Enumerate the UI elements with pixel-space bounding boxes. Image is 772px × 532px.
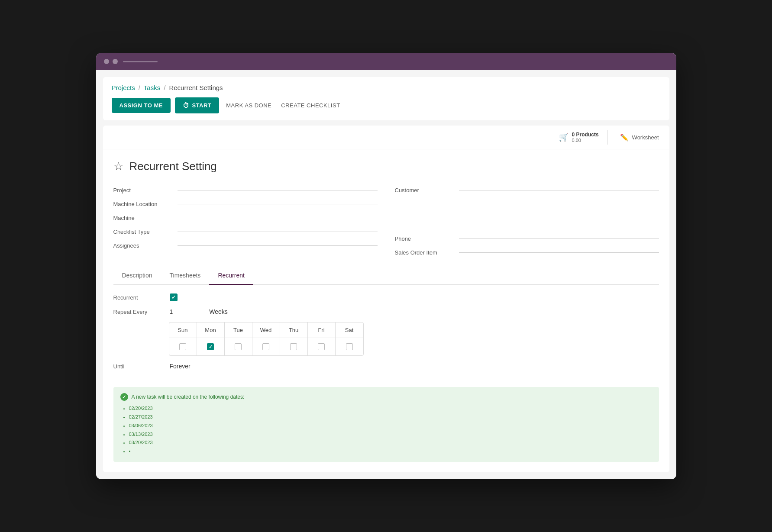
recurrent-checkbox[interactable] <box>170 293 178 301</box>
date-item-1: 02/20/2023 <box>129 404 652 413</box>
cart-icon: 🛒 <box>559 132 569 142</box>
repeat-unit: Weeks <box>209 308 228 315</box>
label-machine-location: Machine Location <box>113 201 174 207</box>
assign-to-me-button[interactable]: ASSIGN TO ME <box>112 98 171 113</box>
tab-timesheets[interactable]: Timesheets <box>161 267 210 285</box>
info-box: A new task will be created on the follow… <box>113 387 659 462</box>
value-project[interactable] <box>178 190 378 190</box>
breadcrumb-current: Recurrent Settings <box>169 84 223 91</box>
date-item-5: 03/20/2023 <box>129 438 652 447</box>
main-content: Projects / Tasks / Recurrent Settings AS… <box>96 70 676 479</box>
day-cell-thu <box>280 338 308 355</box>
field-checklist-type: Checklist Type <box>113 225 378 239</box>
day-checkbox-sat[interactable] <box>346 343 353 350</box>
info-message: A new task will be created on the follow… <box>132 394 245 400</box>
day-header-tue: Tue <box>225 322 252 338</box>
until-label: Until <box>113 363 165 370</box>
repeat-value[interactable]: 1 <box>170 308 173 315</box>
window-dot-1 <box>104 59 109 64</box>
check-circle-icon <box>120 393 128 401</box>
label-phone: Phone <box>395 235 455 242</box>
value-machine-location[interactable] <box>178 204 378 204</box>
day-checkbox-tue[interactable] <box>235 343 242 350</box>
until-value: Forever <box>170 363 191 370</box>
form-header-bar: 🛒 0 Products 0.00 ✏️ Worksheet <box>103 126 669 149</box>
tab-recurrent[interactable]: Recurrent <box>209 267 253 285</box>
fields-right: Customer Phone Sales Order Item <box>395 184 659 260</box>
star-icon[interactable]: ☆ <box>113 160 123 173</box>
value-checklist-type[interactable] <box>178 232 378 232</box>
edit-icon: ✏️ <box>620 133 629 142</box>
top-card: Projects / Tasks / Recurrent Settings AS… <box>103 77 669 120</box>
days-grid: Sun Mon Tue Wed Thu Fri Sat <box>169 322 364 356</box>
label-sales-order-item: Sales Order Item <box>395 249 455 256</box>
value-phone[interactable] <box>459 239 659 239</box>
breadcrumb-sep-1: / <box>139 84 140 91</box>
day-checkbox-fri[interactable] <box>318 343 325 350</box>
day-checkbox-sun[interactable] <box>179 343 186 350</box>
value-sales-order-item[interactable] <box>459 252 659 253</box>
day-cell-sun <box>169 338 197 355</box>
date-list: 02/20/2023 02/27/2023 03/06/2023 03/13/2… <box>120 404 652 456</box>
label-assignees: Assignees <box>113 242 174 249</box>
breadcrumb-tasks[interactable]: Tasks <box>144 84 160 91</box>
repeat-every-label: Repeat Every <box>113 309 165 315</box>
day-header-fri: Fri <box>308 322 336 338</box>
until-row: Until Forever <box>113 363 659 370</box>
worksheet-button[interactable]: ✏️ Worksheet <box>617 132 662 143</box>
breadcrumb-projects[interactable]: Projects <box>112 84 135 91</box>
days-check-row <box>169 338 363 355</box>
recurrent-checkbox-row: Recurrent <box>113 293 659 301</box>
form-card: 🛒 0 Products 0.00 ✏️ Worksheet ☆ Recurre… <box>103 126 669 472</box>
titlebar-decoration <box>123 61 158 62</box>
value-machine[interactable] <box>178 218 378 218</box>
field-sales-order-item: Sales Order Item <box>395 246 659 260</box>
recurrent-field-label: Recurrent <box>113 294 165 301</box>
products-button[interactable]: 🛒 0 Products 0.00 <box>556 130 608 145</box>
products-amount: 0.00 <box>572 138 599 143</box>
value-assignees[interactable] <box>178 245 378 246</box>
day-cell-sat <box>336 338 363 355</box>
label-project: Project <box>113 187 174 193</box>
field-spacer-1 <box>395 197 659 215</box>
field-assignees: Assignees <box>113 239 378 253</box>
tab-description[interactable]: Description <box>113 267 161 285</box>
label-customer: Customer <box>395 187 455 193</box>
day-cell-tue <box>225 338 252 355</box>
titlebar <box>96 53 676 70</box>
mark-as-done-button[interactable]: MARK AS DONE <box>223 98 274 113</box>
start-label: START <box>192 102 211 109</box>
date-item-3: 03/06/2023 <box>129 422 652 430</box>
products-info: 0 Products 0.00 <box>572 132 599 143</box>
date-item-4: 03/13/2023 <box>129 430 652 439</box>
app-window: Projects / Tasks / Recurrent Settings AS… <box>96 53 676 479</box>
day-header-wed: Wed <box>252 322 280 338</box>
info-box-header: A new task will be created on the follow… <box>120 393 652 401</box>
breadcrumb: Projects / Tasks / Recurrent Settings <box>112 84 661 91</box>
tabs: Description Timesheets Recurrent <box>113 267 659 285</box>
value-customer[interactable] <box>459 190 659 190</box>
day-checkbox-mon[interactable] <box>207 343 214 350</box>
day-cell-fri <box>308 338 336 355</box>
create-checklist-button[interactable]: CREATE CHECKLIST <box>278 98 342 113</box>
days-header-row: Sun Mon Tue Wed Thu Fri Sat <box>169 322 363 338</box>
repeat-every-row: Repeat Every 1 Weeks <box>113 308 659 315</box>
breadcrumb-sep-2: / <box>164 84 165 91</box>
start-button[interactable]: ⏱ START <box>175 97 219 113</box>
clock-icon: ⏱ <box>183 102 190 109</box>
date-item-2: 02/27/2023 <box>129 413 652 422</box>
form-title: Recurrent Setting <box>129 160 217 173</box>
field-machine-location: Machine Location <box>113 197 378 211</box>
products-count: 0 Products <box>572 132 599 138</box>
field-phone: Phone <box>395 232 659 246</box>
field-customer: Customer <box>395 184 659 197</box>
label-machine: Machine <box>113 215 174 221</box>
day-cell-mon <box>197 338 225 355</box>
day-checkbox-wed[interactable] <box>262 343 269 350</box>
recurrent-section: Recurrent Repeat Every 1 Weeks Sun Mon <box>103 293 669 387</box>
day-cell-wed <box>252 338 280 355</box>
worksheet-label: Worksheet <box>632 134 659 141</box>
day-header-sat: Sat <box>336 322 363 338</box>
date-item-6: • <box>129 447 652 456</box>
day-checkbox-thu[interactable] <box>290 343 297 350</box>
